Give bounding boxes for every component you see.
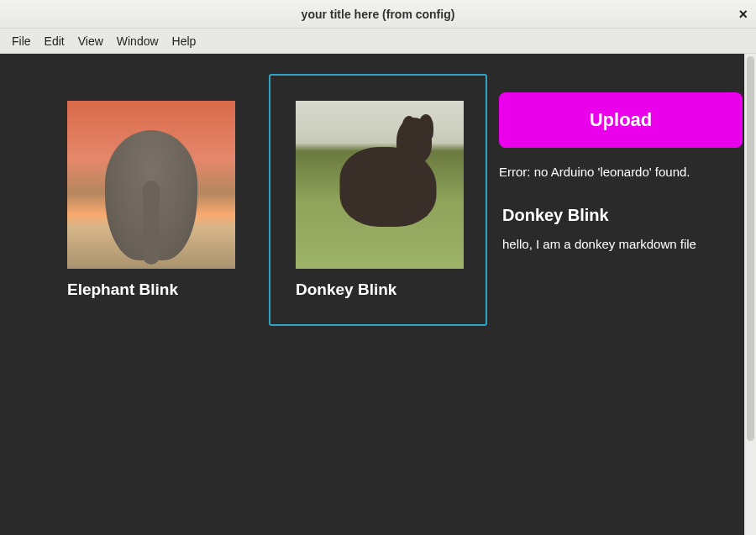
vertical-scrollbar[interactable] — [744, 54, 756, 535]
menu-file[interactable]: File — [5, 31, 38, 51]
menubar: File Edit View Window Help — [0, 29, 756, 54]
details-title: Donkey Blink — [502, 206, 739, 225]
scrollbar-thumb[interactable] — [747, 56, 754, 441]
error-message: Error: no Arduino 'leonardo' found. — [499, 165, 739, 179]
card-title: Elephant Blink — [67, 281, 232, 299]
window-title: your title here (from config) — [302, 8, 455, 21]
close-icon[interactable]: × — [738, 7, 748, 22]
upload-button[interactable]: Upload — [499, 92, 743, 148]
project-card-elephant[interactable]: Elephant Blink — [40, 74, 259, 326]
menu-edit[interactable]: Edit — [38, 31, 71, 51]
menu-view[interactable]: View — [71, 31, 110, 51]
main-content: Elephant Blink Donkey Blink Upload Error… — [0, 54, 744, 535]
elephant-thumb — [67, 101, 235, 269]
card-title: Donkey Blink — [296, 281, 460, 299]
menu-help[interactable]: Help — [165, 31, 203, 51]
details-description: hello, I am a donkey markdown file — [502, 237, 739, 251]
window-titlebar: your title here (from config) × — [0, 0, 756, 29]
menu-window[interactable]: Window — [110, 31, 165, 51]
project-card-donkey[interactable]: Donkey Blink — [269, 74, 487, 326]
donkey-thumb — [296, 101, 464, 269]
details-panel: Upload Error: no Arduino 'leonardo' foun… — [497, 74, 741, 326]
